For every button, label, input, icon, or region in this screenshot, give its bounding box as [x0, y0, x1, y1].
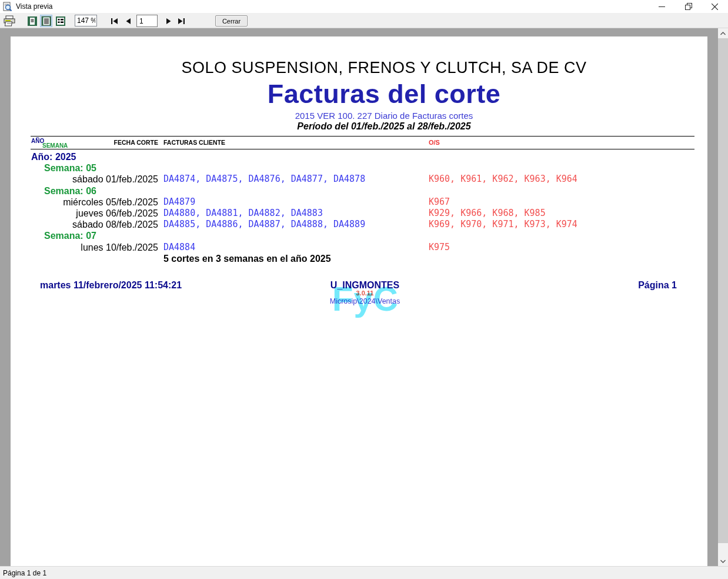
close-button[interactable]	[702, 0, 728, 13]
cerrar-button[interactable]: Cerrar	[215, 15, 248, 26]
week-row: Semana: 05	[11, 162, 707, 174]
cell-fecha-corte: sábado 08/feb./2025	[28, 219, 158, 230]
first-page-icon	[111, 18, 118, 25]
print-button[interactable]	[3, 15, 17, 26]
week-label: Semana: 07	[44, 230, 96, 241]
printer-icon	[3, 15, 16, 26]
year-label: Año: 2025	[31, 151, 76, 162]
report-period: Período del 01/feb./2025 al 28/feb./2025	[61, 121, 707, 132]
table-row: miércoles 05/feb./2025 DA4879 K967	[11, 197, 707, 208]
report-subtitle: 2015 VER 100. 227 Diario de Facturas cor…	[61, 111, 707, 121]
preview-app-icon	[2, 2, 12, 12]
table-header: AÑO SEMANA FECHA CORTE FACTURAS CLIENTE …	[11, 136, 707, 149]
first-page-button[interactable]	[109, 16, 119, 26]
report-header: SOLO SUSPENSION, FRENOS Y CLUTCH, SA DE …	[61, 36, 707, 132]
table-row: sábado 08/feb./2025 DA4885, DA4886, DA48…	[11, 219, 707, 230]
cell-os: K967	[429, 197, 450, 208]
titlebar: Vista previa	[0, 0, 728, 13]
next-page-button[interactable]	[164, 16, 173, 26]
minimize-icon	[659, 4, 665, 10]
report-title: Facturas del corte	[61, 79, 707, 109]
facing-pages-icon	[55, 16, 66, 26]
vertical-scrollbar[interactable]	[718, 28, 728, 566]
chevron-up-icon	[720, 32, 726, 35]
report-page: SOLO SUSPENSION, FRENOS Y CLUTCH, SA DE …	[11, 36, 707, 566]
view-page-width-button[interactable]	[40, 15, 52, 27]
toolbar: Cerrar	[0, 13, 728, 28]
zoom-input[interactable]	[75, 15, 97, 26]
column-header-fecha-corte: FECHA CORTE	[28, 139, 158, 146]
footer-page-number: Página 1	[638, 280, 677, 291]
cell-fecha-corte: lunes 10/feb./2025	[28, 242, 158, 253]
cell-facturas: DA4880, DA4881, DA4882, DA4883	[163, 208, 323, 219]
scroll-down-button[interactable]	[718, 556, 728, 566]
table-row: jueves 06/feb./2025 DA4880, DA4881, DA48…	[11, 208, 707, 219]
page-width-icon	[41, 16, 52, 26]
fyc-watermark: FyC	[332, 279, 399, 318]
cell-os: K969, K970, K971, K973, K974	[429, 219, 577, 230]
restore-icon	[685, 3, 692, 10]
cell-facturas: DA4885, DA4886, DA4887, DA4888, DA4889	[163, 219, 365, 230]
table-body: Año: 2025 Semana: 05 sábado 01/feb./2025…	[11, 151, 707, 264]
last-page-button[interactable]	[176, 16, 186, 26]
chevron-down-icon	[720, 560, 726, 563]
week-row: Semana: 07	[11, 230, 707, 241]
close-icon	[712, 4, 718, 10]
header-rule-bottom	[31, 149, 694, 149]
view-list-button[interactable]	[54, 15, 66, 27]
cell-os: K960, K961, K962, K963, K964	[429, 174, 577, 185]
cell-os: K929, K966, K968, K985	[429, 208, 546, 219]
last-page-icon	[178, 18, 185, 25]
next-page-icon	[166, 18, 172, 25]
week-label: Semana: 06	[44, 185, 96, 197]
column-header-facturas-cliente: FACTURAS CLIENTE	[163, 139, 225, 146]
cell-facturas: DA4874, DA4875, DA4876, DA4877, DA4878	[163, 174, 365, 185]
cell-os: K975	[429, 242, 450, 253]
summary-row: 5 cortes en 3 semanas en el año 2025	[11, 253, 707, 264]
page-number-input[interactable]	[136, 15, 158, 27]
scrollbar-thumb[interactable]	[718, 38, 728, 543]
cell-fecha-corte: miércoles 05/feb./2025	[28, 197, 158, 208]
previous-page-icon	[125, 18, 131, 25]
previous-page-button[interactable]	[123, 16, 133, 26]
statusbar: Página 1 de 1	[0, 566, 728, 579]
header-rule-top	[31, 136, 694, 137]
statusbar-page-indicator: Página 1 de 1	[3, 569, 46, 577]
company-name: SOLO SUSPENSION, FRENOS Y CLUTCH, SA DE …	[61, 59, 707, 77]
preview-canvas: SOLO SUSPENSION, FRENOS Y CLUTCH, SA DE …	[0, 28, 728, 566]
table-row: lunes 10/feb./2025 DA4884 K975	[11, 242, 707, 253]
column-header-os: O/S	[429, 139, 440, 146]
cell-facturas: DA4884	[163, 242, 195, 253]
cell-fecha-corte: sábado 01/feb./2025	[28, 174, 158, 185]
view-whole-page-button[interactable]	[26, 15, 38, 27]
summary-text: 5 cortes en 3 semanas en el año 2025	[163, 253, 331, 264]
year-row: Año: 2025	[11, 151, 707, 162]
scroll-up-button[interactable]	[718, 28, 728, 38]
window-title: Vista previa	[16, 2, 52, 11]
week-label: Semana: 05	[44, 162, 96, 174]
minimize-button[interactable]	[649, 0, 675, 13]
table-row: sábado 01/feb./2025 DA4874, DA4875, DA48…	[11, 174, 707, 185]
cell-facturas: DA4879	[163, 197, 195, 208]
cell-fecha-corte: jueves 06/feb./2025	[28, 208, 158, 219]
whole-page-icon	[27, 16, 38, 26]
restore-button[interactable]	[675, 0, 702, 13]
week-row: Semana: 06	[11, 185, 707, 197]
